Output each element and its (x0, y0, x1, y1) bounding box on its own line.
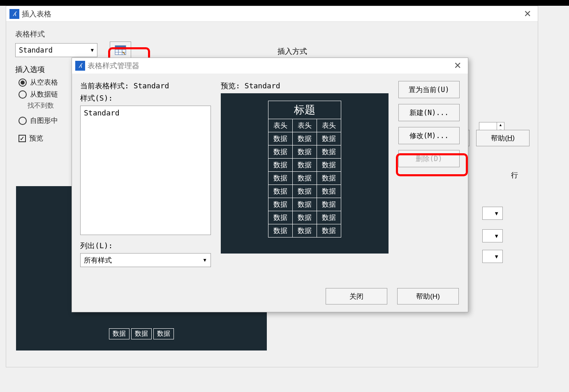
preview-data-row: 数据 数据 数据 (16, 328, 267, 339)
manager-title: 表格样式管理器 (88, 61, 139, 71)
preview-box: 标题 表头 表头 表头 数据数据数据 数据数据数据 数据数据数据 数据数据数据 … (221, 93, 389, 254)
insert-method-label: 插入方式 (278, 46, 334, 56)
manager-title-bar: ʎ 表格样式管理器 ✕ (72, 58, 468, 74)
preview-header-cell: 表头 (317, 119, 341, 132)
modify-button[interactable]: 修改(M)... (398, 127, 460, 144)
svg-rect-1 (115, 46, 126, 48)
from-datalink-label: 从数据链 (30, 90, 58, 99)
chevron-down-icon: ▼ (494, 233, 499, 239)
set-current-button[interactable]: 置为当前(U) (398, 81, 460, 98)
dropdown-1[interactable]: ▼ (482, 207, 503, 220)
grid-icon (115, 45, 126, 55)
dropdown-3[interactable]: ▼ (482, 250, 503, 263)
preview-heading: 预览: Standard (221, 81, 389, 91)
manager-bottom-buttons: 关闭 帮助(H) (326, 288, 459, 304)
list-filter-value: 所有样式 (84, 256, 112, 265)
from-graphic-label: 自图形中 (30, 116, 58, 125)
close-icon[interactable]: ✕ (451, 60, 465, 71)
table-style-select[interactable]: Standard ▼ (15, 43, 97, 57)
dropdown-2[interactable]: ▼ (482, 229, 503, 242)
close-icon[interactable]: ✕ (520, 9, 534, 19)
app-icon: ʎ (9, 9, 19, 19)
preview-label: 预览 (29, 134, 43, 143)
new-button[interactable]: 新建(N)... (398, 104, 460, 121)
help-button[interactable]: 帮助(H) (476, 130, 530, 146)
main-title: 插入表格 (22, 9, 51, 19)
radio-icon (19, 117, 27, 125)
table-style-row: Standard ▼ (15, 42, 529, 59)
row-unit-label: 行 (511, 171, 518, 180)
help-button[interactable]: 帮助(H) (397, 288, 459, 304)
style-item[interactable]: Standard (84, 108, 207, 117)
list-filter-label: 列出(L): (80, 241, 211, 251)
radio-icon (19, 90, 27, 99)
preview-header-cell: 表头 (268, 119, 293, 132)
checkbox-icon (19, 135, 26, 142)
preview-header-cell: 表头 (293, 119, 317, 132)
styles-label: 样式(S): (80, 93, 211, 103)
manager-center-panel: 预览: Standard 标题 表头 表头 表头 数据数据数据 数据数据数据 数… (221, 81, 389, 267)
main-title-bar: ʎ 插入表格 ✕ (6, 6, 538, 22)
table-style-label: 表格样式 (15, 29, 529, 39)
radio-icon (19, 78, 27, 87)
close-button[interactable]: 关闭 (326, 288, 387, 304)
table-style-manager-dialog: ʎ 表格样式管理器 ✕ 当前表格样式: Standard 样式(S): Stan… (72, 58, 468, 312)
chevron-down-icon: ▼ (494, 210, 499, 217)
current-style-label: 当前表格样式: Standard (80, 81, 211, 91)
delete-button[interactable]: 删除(D) (398, 150, 460, 167)
app-icon: ʎ (75, 61, 85, 71)
list-filter-select[interactable]: 所有样式 ▼ (80, 253, 211, 267)
table-style-value: Standard (19, 46, 53, 54)
top-black-bar (0, 0, 569, 6)
preview-table: 标题 表头 表头 表头 数据数据数据 数据数据数据 数据数据数据 数据数据数据 … (268, 101, 341, 238)
chevron-down-icon: ▼ (202, 257, 207, 263)
styles-listbox[interactable]: Standard (80, 106, 211, 235)
manager-right-panel: 置为当前(U) 新建(N)... 修改(M)... 删除(D) (398, 81, 460, 267)
table-style-manager-button[interactable] (110, 42, 131, 59)
from-empty-label: 从空表格 (30, 78, 58, 87)
chevron-down-icon: ▼ (91, 47, 94, 53)
manager-left-panel: 当前表格样式: Standard 样式(S): Standard 列出(L): … (80, 81, 211, 267)
chevron-down-icon: ▼ (494, 254, 499, 260)
preview-title-cell: 标题 (268, 101, 341, 119)
manager-body: 当前表格样式: Standard 样式(S): Standard 列出(L): … (72, 74, 468, 274)
